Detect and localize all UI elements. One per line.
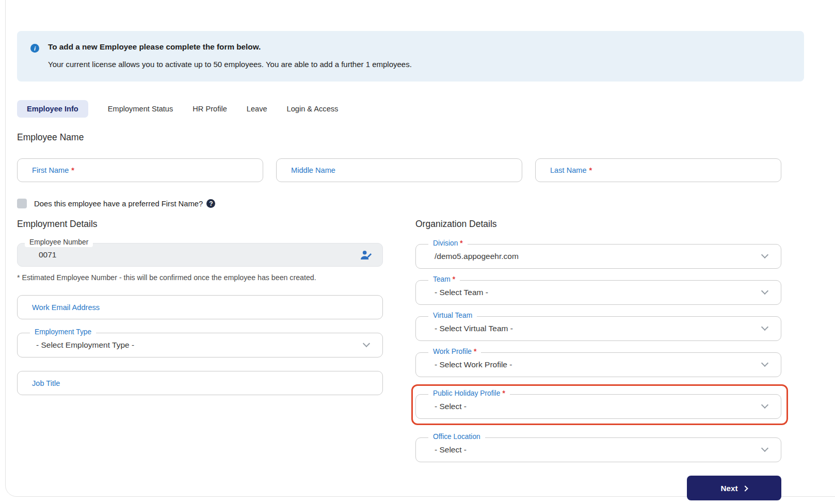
chevron-down-icon[interactable] bbox=[363, 340, 370, 347]
preferred-name-label: Does this employee have a preferred Firs… bbox=[34, 200, 203, 208]
work-email-label: Work Email Address bbox=[32, 303, 100, 312]
chevron-down-icon[interactable] bbox=[761, 251, 768, 258]
form-actions: Next bbox=[415, 476, 781, 500]
tab-leave[interactable]: Leave bbox=[247, 100, 267, 118]
tab-employee-info[interactable]: Employee Info bbox=[17, 100, 88, 118]
first-name-label: First Name bbox=[32, 166, 69, 174]
job-title-label: Job Title bbox=[32, 379, 60, 387]
preferred-name-row: Does this employee have a preferred Firs… bbox=[17, 199, 781, 208]
work-profile-label: Work Profile bbox=[433, 348, 472, 355]
next-button-label: Next bbox=[721, 484, 738, 493]
first-name-field[interactable]: First Name * bbox=[17, 158, 263, 182]
employment-details-column: Employment Details Employee Number 0071 … bbox=[17, 219, 383, 500]
required-mark: * bbox=[474, 348, 476, 355]
details-columns: Employment Details Employee Number 0071 … bbox=[17, 219, 781, 500]
office-location-select[interactable]: Office Location - Select - bbox=[415, 437, 781, 462]
division-select[interactable]: Division * /demo5.appogeehr.com bbox=[415, 244, 781, 269]
required-mark: * bbox=[460, 239, 462, 247]
work-profile-select[interactable]: Work Profile * - Select Work Profile - bbox=[415, 352, 781, 377]
public-holiday-profile-label: Public Holiday Profile bbox=[433, 389, 500, 397]
banner-subtitle: Your current license allows you to activ… bbox=[48, 60, 792, 69]
employee-number-value: 0071 bbox=[39, 250, 56, 259]
employee-number-label: Employee Number bbox=[25, 237, 93, 247]
public-holiday-profile-select[interactable]: Public Holiday Profile * - Select - bbox=[415, 394, 781, 419]
tab-login-access[interactable]: Login & Access bbox=[287, 100, 339, 118]
public-holiday-profile-value: - Select - bbox=[435, 402, 467, 411]
add-employee-form: To add a new Employee please complete th… bbox=[17, 31, 804, 500]
tab-employment-status[interactable]: Employment Status bbox=[108, 100, 173, 118]
name-fields-row: First Name * Middle Name Last Name * bbox=[17, 158, 781, 182]
chevron-down-icon[interactable] bbox=[761, 323, 768, 331]
job-title-field[interactable]: Job Title bbox=[17, 371, 383, 395]
employment-type-value: - Select Employment Type - bbox=[36, 340, 134, 350]
required-mark: * bbox=[589, 166, 592, 174]
public-holiday-profile-highlight: Public Holiday Profile * - Select - bbox=[411, 384, 788, 425]
help-icon[interactable] bbox=[206, 199, 215, 208]
team-select[interactable]: Team * - Select Team - bbox=[415, 280, 781, 305]
employment-type-select[interactable]: Employment Type - Select Employment Type… bbox=[17, 333, 383, 357]
preferred-name-checkbox[interactable] bbox=[17, 199, 27, 208]
employee-number-note: * Estimated Employee Number - this will … bbox=[17, 273, 383, 282]
middle-name-field[interactable]: Middle Name bbox=[276, 158, 522, 182]
team-label: Team bbox=[433, 275, 451, 283]
required-mark: * bbox=[71, 166, 74, 174]
banner-title: To add a new Employee please complete th… bbox=[48, 42, 792, 52]
tab-hr-profile[interactable]: HR Profile bbox=[192, 100, 227, 118]
office-location-value: - Select - bbox=[435, 445, 467, 454]
info-banner: To add a new Employee please complete th… bbox=[17, 31, 804, 82]
virtual-team-select[interactable]: Virtual Team - Select Virtual Team - bbox=[415, 316, 781, 341]
division-label: Division bbox=[433, 239, 458, 247]
team-value: - Select Team - bbox=[435, 288, 488, 297]
employment-details-heading: Employment Details bbox=[17, 219, 383, 230]
chevron-down-icon[interactable] bbox=[761, 360, 768, 367]
required-mark: * bbox=[453, 275, 455, 283]
person-edit-icon[interactable] bbox=[360, 250, 372, 261]
employee-number-field: Employee Number 0071 bbox=[17, 243, 383, 267]
virtual-team-label: Virtual Team bbox=[433, 312, 472, 319]
next-button[interactable]: Next bbox=[687, 476, 781, 500]
organization-details-column: Organization Details Division * /demo5.a… bbox=[415, 219, 781, 500]
last-name-field[interactable]: Last Name * bbox=[535, 158, 781, 182]
work-profile-value: - Select Work Profile - bbox=[435, 360, 512, 369]
office-location-label: Office Location bbox=[433, 433, 480, 441]
work-email-field[interactable]: Work Email Address bbox=[17, 295, 383, 319]
last-name-label: Last Name bbox=[550, 166, 587, 174]
info-icon bbox=[30, 44, 39, 53]
middle-name-label: Middle Name bbox=[291, 166, 335, 174]
chevron-down-icon[interactable] bbox=[761, 445, 768, 452]
chevron-right-icon bbox=[743, 485, 748, 491]
division-value: /demo5.appogeehr.com bbox=[435, 252, 519, 261]
required-mark: * bbox=[502, 389, 505, 397]
organization-details-heading: Organization Details bbox=[415, 219, 781, 230]
employee-name-heading: Employee Name bbox=[17, 132, 781, 143]
virtual-team-value: - Select Virtual Team - bbox=[435, 324, 513, 333]
tab-bar: Employee Info Employment Status HR Profi… bbox=[17, 100, 804, 118]
employment-type-label: Employment Type bbox=[35, 328, 91, 336]
chevron-down-icon[interactable] bbox=[761, 287, 768, 295]
chevron-down-icon[interactable] bbox=[761, 401, 768, 409]
